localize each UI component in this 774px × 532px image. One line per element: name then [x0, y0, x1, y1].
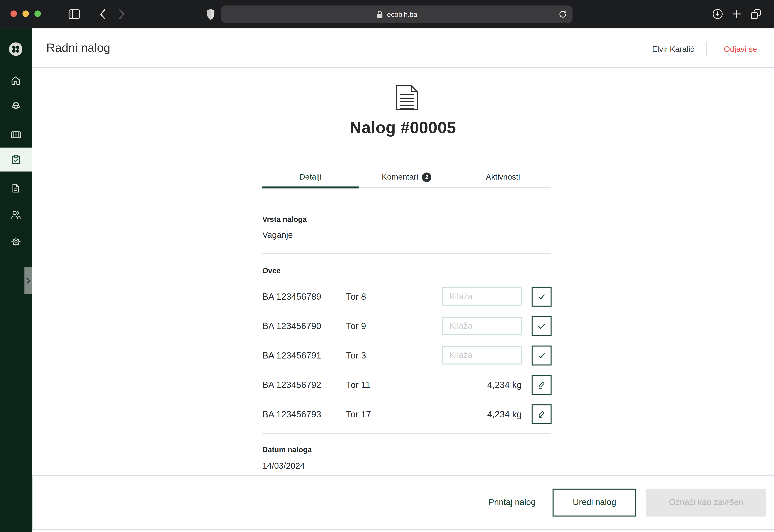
active-tab-indicator — [262, 186, 359, 188]
sidebar-item-home[interactable] — [0, 68, 32, 92]
sidebar-item-pens[interactable] — [0, 122, 32, 146]
pencil-icon — [537, 409, 546, 419]
tab-label: Detalji — [299, 172, 321, 182]
home-icon — [11, 75, 21, 85]
weight-input[interactable] — [442, 287, 522, 306]
gear-icon — [10, 236, 21, 247]
tab-aktivnosti[interactable]: Aktivnosti — [455, 168, 551, 185]
edit-weight-button[interactable] — [532, 404, 552, 424]
order-type-label: Vrsta naloga — [262, 215, 551, 223]
app-logo[interactable] — [9, 42, 23, 56]
mark-complete-button: Označi kao završen — [646, 488, 766, 516]
print-order-button[interactable]: Printaj nalog — [486, 488, 539, 516]
sidebar-item-settings[interactable] — [0, 230, 32, 254]
sheep-id: BA 123456792 — [262, 375, 321, 394]
tab-label: Aktivnosti — [486, 172, 520, 182]
chevron-right-icon — [26, 277, 30, 284]
section-divider — [262, 253, 551, 254]
edit-weight-button[interactable] — [532, 375, 552, 395]
weight-input[interactable] — [442, 317, 522, 335]
sidebar-item-users[interactable] — [0, 203, 32, 227]
logout-link[interactable]: Odjavi se — [724, 45, 757, 54]
sheep-id: BA 123456793 — [262, 405, 321, 424]
document-icon — [11, 183, 21, 193]
sheep-section-label: Ovce — [262, 266, 551, 275]
sidebar-nav — [0, 28, 32, 532]
weight-input[interactable] — [442, 346, 522, 365]
confirm-weight-button[interactable] — [532, 287, 552, 307]
order-tabs: Detalji Komentari 2 Aktivnosti — [262, 168, 551, 188]
check-icon — [536, 350, 547, 361]
lock-icon — [376, 10, 384, 19]
page-header: Radni nalog Elvir Karalić Odjavi se — [32, 28, 774, 68]
weight-value: 4,234 kg — [487, 405, 522, 424]
sheep-row: BA 123456791 Tor 3 — [262, 346, 551, 366]
sheep-pen: Tor 11 — [346, 375, 370, 394]
zoom-window-button[interactable] — [34, 10, 41, 17]
sheep-row: BA 123456792 Tor 11 4,234 kg — [262, 375, 551, 395]
browser-toolbar: ecobih.ba — [0, 0, 774, 28]
weight-value: 4,234 kg — [487, 375, 522, 394]
order-actions-bar: Printaj nalog Uredi nalog Označi kao zav… — [32, 475, 774, 530]
clipboard-check-icon — [10, 154, 21, 165]
tab-overview-icon[interactable] — [750, 8, 762, 20]
order-type-value: Vaganje — [262, 230, 551, 240]
downloads-icon[interactable] — [712, 8, 723, 19]
page-title: Radni nalog — [46, 41, 110, 55]
address-bar[interactable]: ecobih.ba — [221, 5, 572, 23]
confirm-weight-button[interactable] — [532, 346, 552, 366]
check-icon — [536, 321, 547, 331]
back-icon[interactable] — [99, 8, 106, 20]
sheep-pen: Tor 17 — [346, 405, 371, 424]
sheep-pen: Tor 8 — [346, 287, 366, 306]
url-text: ecobih.ba — [387, 10, 417, 18]
tab-komentari[interactable]: Komentari 2 — [359, 168, 455, 185]
sheep-id: BA 123456790 — [262, 317, 321, 336]
minimize-window-button[interactable] — [22, 10, 29, 17]
sheep-row: BA 123456790 Tor 9 — [262, 317, 551, 337]
order-detail: Nalog #00005 Detalji Komentari 2 Aktivno… — [32, 68, 774, 475]
close-window-button[interactable] — [10, 10, 17, 17]
sheep-id: BA 123456789 — [262, 287, 321, 306]
safari-window: ecobih.ba — [0, 0, 774, 532]
sheep-pen: Tor 3 — [346, 346, 366, 365]
forward-icon — [118, 8, 125, 20]
sidebar-item-sheep[interactable] — [0, 95, 32, 119]
sheep-pen: Tor 9 — [346, 317, 366, 336]
sidebar-collapse-handle[interactable] — [24, 267, 32, 294]
sheep-id: BA 123456791 — [262, 346, 321, 365]
sidebar-item-work-orders[interactable] — [0, 148, 32, 171]
confirm-weight-button[interactable] — [532, 316, 552, 336]
sheep-icon — [10, 102, 21, 113]
sidebar-toggle-icon[interactable] — [68, 9, 80, 20]
edit-order-button[interactable]: Uredi nalog — [552, 488, 636, 516]
privacy-shield-icon[interactable] — [206, 8, 215, 20]
user-name: Elvir Karalić — [652, 45, 694, 54]
order-date-value: 14/03/2024 — [262, 461, 551, 471]
header-divider — [706, 42, 707, 56]
check-icon — [536, 291, 547, 302]
tab-label: Komentari — [382, 172, 418, 182]
fence-icon — [10, 129, 21, 139]
sheep-row: BA 123456789 Tor 8 — [262, 287, 551, 307]
order-title: Nalog #00005 — [32, 118, 774, 137]
sidebar-item-documents[interactable] — [0, 176, 32, 200]
order-date-label: Datum naloga — [262, 445, 551, 454]
section-divider — [262, 433, 551, 434]
users-icon — [10, 209, 21, 220]
reload-icon[interactable] — [558, 9, 568, 19]
comment-count-badge: 2 — [422, 172, 432, 182]
pencil-icon — [537, 380, 546, 390]
order-document-icon — [395, 85, 418, 111]
sheep-row: BA 123456793 Tor 17 4,234 kg — [262, 405, 551, 425]
tab-detalji[interactable]: Detalji — [262, 168, 359, 185]
new-tab-icon[interactable] — [732, 9, 741, 19]
